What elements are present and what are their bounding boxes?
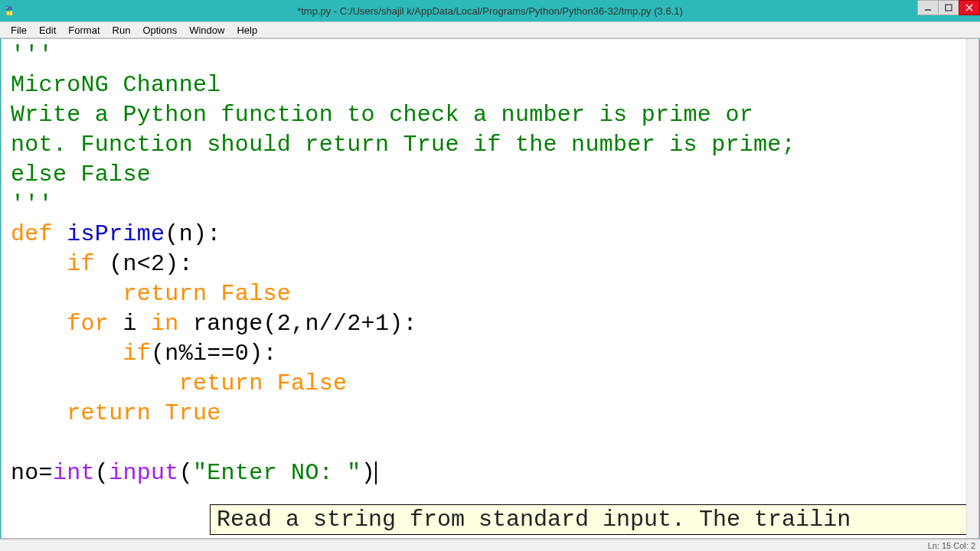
code-text: (n<2): [95, 251, 193, 277]
indent [11, 400, 67, 426]
indent [11, 341, 122, 367]
code-line-4: not. Function should return True if the … [11, 132, 795, 158]
calltip: Read a string from standard input. The t… [210, 504, 978, 535]
menu-options[interactable]: Options [136, 23, 183, 37]
svg-point-1 [11, 13, 12, 15]
idle-icon [3, 5, 15, 17]
code-line-2: MicroNG Channel [11, 72, 221, 98]
indent [11, 311, 67, 337]
kw-return-false: return False [122, 281, 291, 307]
editor[interactable]: ''' MicroNG Channel Write a Python funct… [1, 38, 979, 539]
kw-return-true: return True [67, 400, 220, 426]
kw-if: if [67, 251, 95, 277]
close-button[interactable] [959, 0, 980, 15]
menu-file[interactable]: File [5, 23, 33, 37]
string-literal: "Enter NO: " [193, 460, 361, 486]
menu-format[interactable]: Format [62, 23, 106, 37]
minimize-button[interactable] [917, 0, 939, 15]
code-line-1: ''' [11, 42, 53, 68]
code-line-6: ''' [11, 191, 53, 217]
menu-help[interactable]: Help [230, 23, 263, 37]
code-text: range(2,n//2+1): [179, 311, 417, 337]
kw-if: if [122, 341, 151, 367]
kw-in: in [151, 311, 179, 337]
code-line-3: Write a Python function to check a numbe… [11, 102, 753, 128]
code-text: (n): [165, 221, 220, 247]
maximize-button[interactable] [938, 0, 959, 15]
builtin-input: input [109, 460, 179, 486]
kw-return-false: return False [179, 370, 348, 396]
window-title: *tmp.py - C:/Users/shajil k/AppData/Loca… [297, 5, 683, 17]
svg-rect-3 [946, 5, 952, 11]
code-text: ( [179, 460, 193, 486]
kw-def: def [11, 221, 53, 247]
vertical-scrollbar[interactable] [966, 39, 978, 538]
code-text: ( [95, 460, 109, 486]
code-text: ) [361, 460, 375, 486]
status-position: Ln: 15 Col: 2 [928, 541, 975, 550]
indent [11, 251, 67, 277]
indent [11, 370, 179, 396]
indent [11, 281, 122, 307]
menu-run[interactable]: Run [106, 23, 137, 37]
code-content[interactable]: ''' MicroNG Channel Write a Python funct… [2, 39, 978, 493]
text-cursor [375, 461, 377, 484]
code-text: (n%i==0): [151, 341, 277, 367]
menu-bar: File Edit Format Run Options Window Help [0, 21, 980, 38]
code-text: no= [11, 460, 53, 486]
title-bar: *tmp.py - C:/Users/shajil k/AppData/Loca… [0, 0, 980, 21]
status-bar: Ln: 15 Col: 2 [0, 539, 980, 551]
calltip-text: Read a string from standard input. The t… [217, 507, 851, 533]
svg-point-0 [6, 7, 8, 8]
code-text: i [109, 311, 151, 337]
menu-edit[interactable]: Edit [33, 23, 62, 37]
code-line-5: else False [11, 161, 151, 187]
kw-for: for [67, 311, 109, 337]
builtin-int: int [53, 460, 95, 486]
menu-window[interactable]: Window [183, 23, 230, 37]
window-controls [918, 0, 980, 15]
func-name: isPrime [53, 221, 165, 247]
